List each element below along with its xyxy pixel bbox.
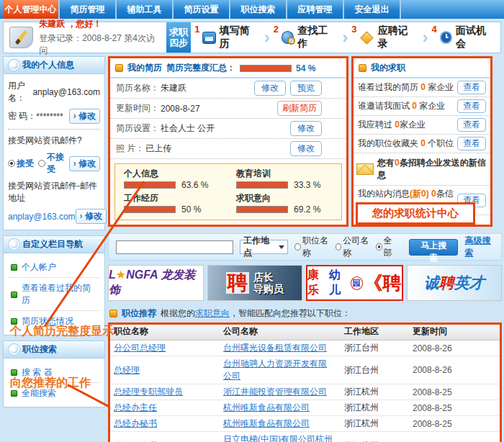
company-link[interactable]: 日立电梯(中国)有限公司杭州营销有限公司 [223, 434, 333, 442]
job-title-link[interactable]: 总经办主任 [114, 402, 157, 412]
company-name-radio[interactable] [336, 243, 341, 251]
my-job-header: 我的求职 [354, 58, 490, 78]
job-title-link[interactable]: 总经理 [114, 365, 140, 375]
col-header-job-title: 职位名称 [108, 323, 217, 340]
step-find-job[interactable]: 2 查找工作 [270, 22, 342, 53]
banner-recruit-talent[interactable]: 诚聘英才 [407, 265, 503, 301]
search-now-button[interactable]: 马上搜索 [409, 239, 459, 256]
company-link[interactable]: 杭州唯新食品有限公司 [223, 418, 310, 428]
company-link[interactable]: 杭州唯新食品有限公司 [223, 402, 310, 412]
panel-bullet-icon [10, 346, 18, 353]
pencil-pad-icon [9, 27, 33, 48]
mail-pre: 您有 [377, 158, 395, 168]
step-apply-records[interactable]: 3 应聘记录 [348, 22, 422, 53]
nav-item-resume-management[interactable]: 简历管理 [60, 0, 117, 19]
all-radio-label[interactable]: 全部 [384, 235, 397, 259]
company-link[interactable]: 浙江井能投资管理有限公司 [223, 387, 327, 397]
banner-text: 导购员 [253, 283, 284, 294]
step-separator: › [423, 30, 428, 45]
decline-radio-label[interactable]: 不接受 [47, 151, 65, 176]
steps-title-line1: 求职 [169, 27, 188, 37]
view-who-viewed-button[interactable]: 查看 [457, 81, 486, 94]
job-table: 职位名称 公司名称 工作地区 更新时间 分公司总经理 台州曙光设备租赁有限公司 … [108, 323, 502, 442]
modify-photo-button[interactable]: 修改 [290, 141, 322, 156]
banner-store-manager[interactable]: 聘 店长导购员 [207, 265, 303, 301]
username-row: 用户名： anplay@163.com [8, 78, 100, 107]
modify-password-button[interactable]: 修改 [69, 109, 100, 124]
panel-custom-nav-header: 自定义栏目导航 [4, 236, 104, 253]
job-recommendations-title: 职位推荐 [122, 307, 156, 320]
nav-item-job-search[interactable]: 职位搜索 [230, 0, 287, 19]
advanced-search-link[interactable]: 高级搜索 [464, 235, 494, 259]
resume-update-label: 更新时间： [116, 102, 159, 114]
section-percent: 63.6 % [181, 180, 208, 190]
row-suffix: 家企业 [426, 82, 454, 92]
step-label: 面试机会 [456, 24, 495, 50]
who-viewed-row: 谁看过我的简历 0 家企业 查看 [354, 78, 490, 97]
resume-completeness-bar [240, 65, 292, 72]
my-job-title: 我的求职 [371, 62, 405, 74]
nav-item-personal-center[interactable]: 个人管理中心 [3, 0, 60, 19]
row-suffix: 家企业 [417, 101, 445, 111]
search-input[interactable] [116, 240, 233, 254]
all-radio[interactable] [376, 243, 382, 251]
modify-resume-name-button[interactable]: 修改 [254, 81, 286, 96]
job-intention-link[interactable]: 求职意向 [195, 308, 230, 318]
row-label: 谁邀请我面试 [358, 101, 412, 111]
refresh-resume-button[interactable]: 刷新简历 [277, 101, 322, 116]
star-icon: ★ [116, 269, 126, 281]
password-value: ******** [36, 112, 68, 122]
sidebar-item-who-viewed-resume[interactable]: 查看谁看过我的简历 [8, 278, 100, 311]
nav-item-apply-management[interactable]: 应聘管理 [287, 0, 344, 19]
stats-center-annotation: 您的求职统计中心 [356, 202, 475, 225]
nav-item-resume-settings[interactable]: 简历设置 [174, 0, 230, 19]
nav-item-logout[interactable]: 安全退出 [344, 0, 401, 19]
decline-radio[interactable] [38, 160, 45, 167]
banner-circle-char: 园 [351, 276, 363, 290]
my-resume-title: 我的简历 [127, 62, 162, 74]
company-link[interactable]: 台州曙光设备租赁有限公司 [223, 343, 327, 353]
resume-name-label: 简历名称： [116, 82, 159, 94]
job-recommendations-header: 职位推荐 根据您的求职意向，智能匹配向您推荐以下职位： [109, 307, 502, 320]
company-link[interactable]: 台州驰骋人力资源开发有限公司 [223, 358, 327, 381]
step-fill-resume[interactable]: 1 填写简历 [191, 22, 264, 53]
job-region: 浙江台州 [338, 340, 407, 356]
view-favorites-button[interactable]: 查看 [457, 137, 486, 150]
accept-radio-label[interactable]: 接受 [17, 158, 34, 170]
company-name-radio-label[interactable]: 公司名称 [343, 235, 371, 259]
modify-resume-settings-button[interactable]: 修改 [290, 121, 322, 136]
banner-kindergarten[interactable]: 康乐 幼儿 园 《聘 [306, 265, 403, 301]
job-title-link[interactable]: 分公司总经理 [114, 343, 166, 353]
green-bullet-icon [11, 264, 17, 271]
job-title-radio-label[interactable]: 职位名称 [302, 235, 330, 259]
accept-radio[interactable] [8, 160, 15, 167]
envelope-icon [356, 163, 374, 175]
view-applied-button[interactable]: 查看 [457, 118, 486, 132]
msg-new: (新0) [410, 189, 429, 199]
row-label: 我应聘过 [358, 119, 395, 130]
step-number: 2 [274, 24, 279, 35]
job-title-radio[interactable] [294, 243, 300, 251]
panel-personal-info: 我的个人信息 用户名： anplay@163.com 密 码： ********… [3, 56, 105, 230]
col-header-region: 工作地区 [338, 323, 407, 340]
modify-newsletter-button[interactable]: 修改 [69, 156, 100, 171]
section-bar [124, 206, 176, 213]
newsletter-question: 接受网站资讯邮件? [8, 132, 100, 149]
job-title-link[interactable]: 总经办秘书 [114, 418, 157, 428]
banner-text: 《 [364, 272, 383, 294]
nav-item-aux-tools[interactable]: 辅助工具 [117, 0, 174, 19]
section-bar [236, 206, 288, 213]
banner-longfa-decoration[interactable]: L★NGFA 龙发装饰 [108, 265, 204, 301]
job-date: 2008-8-26 [407, 356, 502, 384]
step-interview-chances[interactable]: 4 面试机会 [428, 22, 500, 53]
email-label: 接受网站资讯邮件-邮件地址 [8, 180, 100, 204]
resume-photo-label: 照 片： [116, 143, 144, 155]
modify-email-button[interactable]: 修改 [76, 209, 107, 224]
top-nav: 个人管理中心 简历管理 辅助工具 简历设置 职位搜索 应聘管理 安全退出 [0, 0, 504, 19]
section-job-intention: 求职意向 69.2 % [236, 192, 333, 215]
preview-resume-button[interactable]: 预览 [290, 81, 322, 96]
view-invites-button[interactable]: 查看 [457, 99, 486, 113]
job-date: 2008-8-26 [407, 340, 502, 356]
job-title-link[interactable]: 总经理专职驾驶员 [114, 387, 183, 397]
location-dropdown[interactable]: 工作地点 [240, 240, 288, 254]
